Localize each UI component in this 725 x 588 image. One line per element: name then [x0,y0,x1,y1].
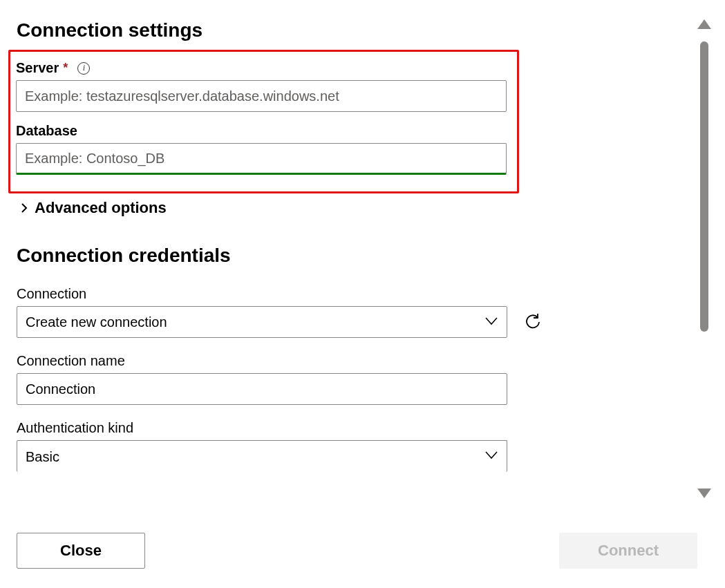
dialog-footer: Close Connect [17,533,697,569]
server-input[interactable] [16,80,507,112]
connection-settings-highlighted-region: Server * i Database [8,50,519,193]
database-label: Database [16,123,77,139]
connection-credentials-header: Connection credentials [17,245,678,267]
connection-name-label: Connection name [17,353,678,369]
advanced-options-label: Advanced options [35,199,167,217]
connection-label: Connection [17,286,678,302]
connect-button[interactable]: Connect [559,533,697,569]
refresh-icon[interactable] [524,312,543,332]
server-label: Server [16,60,59,76]
connection-settings-header: Connection settings [17,19,678,41]
scroll-down-arrow-icon[interactable] [697,489,711,498]
database-input[interactable] [16,143,507,175]
info-icon[interactable]: i [77,62,90,75]
authentication-kind-select[interactable]: Basic [17,440,507,472]
scroll-thumb[interactable] [700,41,708,332]
authentication-kind-label: Authentication kind [17,420,678,436]
vertical-scrollbar[interactable] [696,19,713,498]
scroll-up-arrow-icon[interactable] [697,19,711,29]
chevron-right-icon [19,203,29,213]
close-button[interactable]: Close [17,533,145,569]
required-indicator: * [63,61,68,75]
advanced-options-toggle[interactable]: Advanced options [19,199,678,217]
connection-name-input[interactable] [17,373,507,405]
connection-select[interactable]: Create new connection [17,306,507,338]
scroll-track[interactable] [700,41,708,476]
